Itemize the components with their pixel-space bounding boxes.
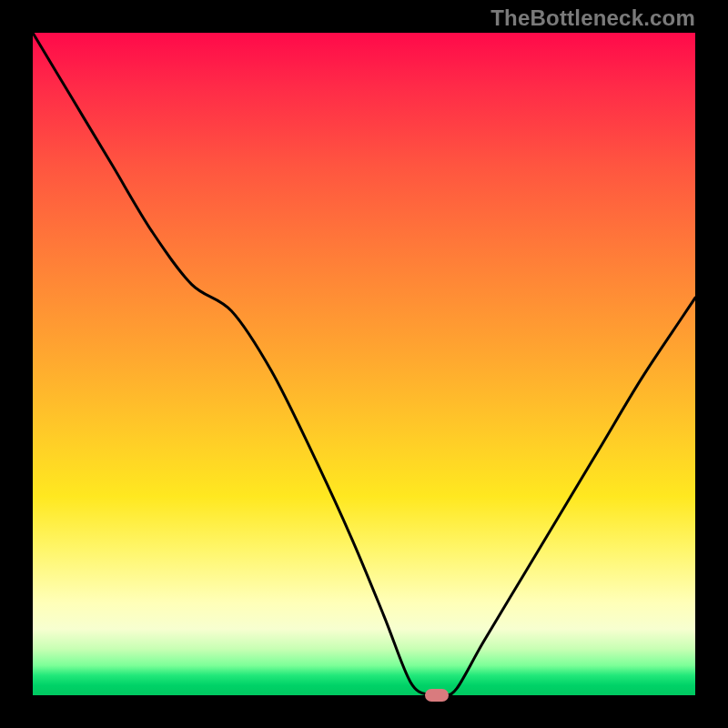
bottleneck-curve-path — [33, 33, 695, 696]
bottleneck-curve — [33, 33, 695, 695]
chart-frame: TheBottleneck.com — [0, 0, 728, 728]
watermark-text: TheBottleneck.com — [490, 5, 695, 31]
optimum-marker — [425, 689, 449, 702]
